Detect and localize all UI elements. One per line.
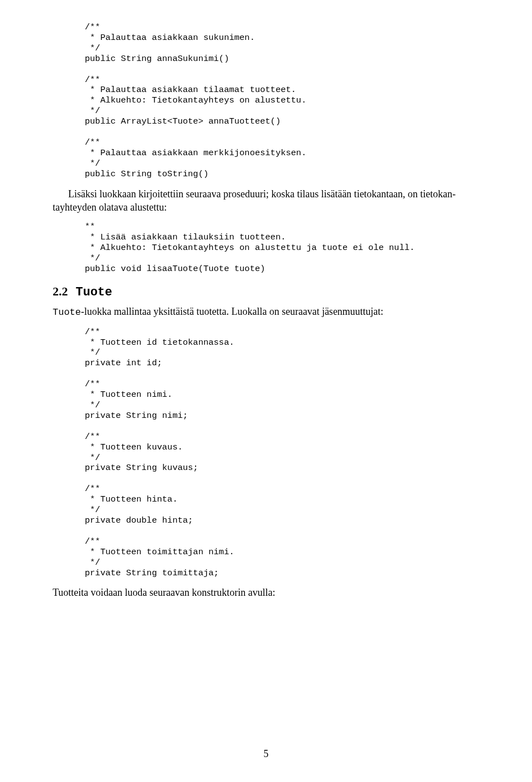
code-block-3: /** * Tuotteen id tietokannassa. */ priv… (53, 327, 479, 579)
section-title: Tuote (76, 285, 112, 299)
section-number: 2.2 (53, 284, 68, 298)
inline-code-tuote: Tuote (53, 307, 81, 318)
paragraph-2: Tuote-luokka mallintaa yksittäistä tuote… (53, 305, 479, 319)
code-block-2: ** * Lisää asiakkaan tilauksiin tuotteen… (53, 222, 479, 274)
document-page: /** * Palauttaa asiakkaan sukunimen. */ … (0, 0, 532, 782)
paragraph-3: Tuotteita voidaan luoda seuraavan konstr… (53, 586, 479, 599)
page-number: 5 (0, 748, 532, 760)
section-heading-2-2: 2.2Tuote (53, 284, 479, 299)
paragraph-1: Lisäksi luokkaan kirjoitettiin seuraava … (53, 187, 479, 214)
code-block-1: /** * Palauttaa asiakkaan sukunimen. */ … (53, 22, 479, 180)
paragraph-1-line2: tayhteyden olatava alustettu: (53, 202, 167, 213)
paragraph-1-line1: Lisäksi luokkaan kirjoitettiin seuraava … (68, 188, 456, 200)
paragraph-2-rest: -luokka mallintaa yksittäistä tuotetta. … (81, 306, 383, 317)
